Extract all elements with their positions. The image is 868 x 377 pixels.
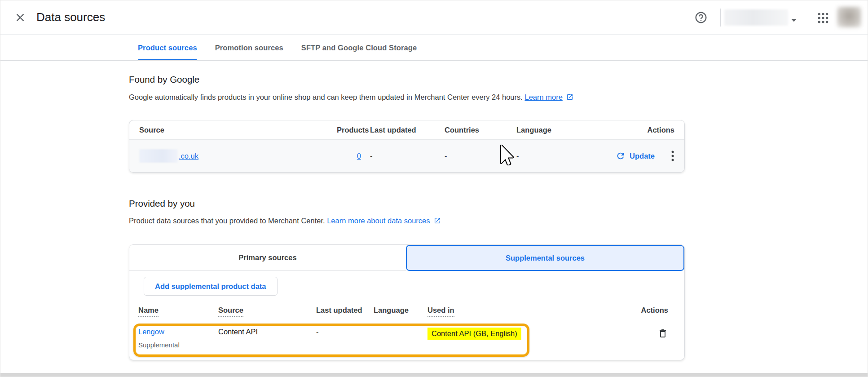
used-in-highlight: Content API (GB, English) bbox=[427, 328, 521, 340]
used-in-cell: Content API (GB, English) bbox=[427, 328, 639, 340]
source-type-label: Supplemental bbox=[138, 341, 218, 349]
provided-by-you-table: Primary sources Supplemental sources Add… bbox=[129, 244, 685, 360]
source-cell: .co.uk bbox=[139, 149, 337, 163]
column-last-updated: Last updated bbox=[370, 126, 445, 134]
actions-cell: Update bbox=[588, 150, 674, 162]
provided-by-you-heading: Provided by you bbox=[129, 198, 195, 209]
source-domain-link[interactable]: .co.uk bbox=[179, 152, 198, 160]
column-source: Source bbox=[218, 306, 316, 317]
tab-sftp-gcs[interactable]: SFTP and Google Cloud Storage bbox=[301, 35, 417, 60]
refresh-icon bbox=[616, 151, 626, 161]
source-name-link[interactable]: Lengow bbox=[138, 328, 164, 336]
products-count-link[interactable]: 0 bbox=[357, 152, 361, 160]
redacted-domain-prefix bbox=[139, 149, 178, 163]
sources-toggle: Primary sources Supplemental sources bbox=[129, 245, 684, 271]
found-by-google-heading: Found by Google bbox=[129, 74, 199, 85]
language-cell: - bbox=[516, 152, 588, 160]
source-cell: Content API bbox=[218, 328, 316, 336]
header-divider bbox=[720, 9, 721, 27]
app-header: Data sources bbox=[0, 0, 868, 35]
column-language: Language bbox=[374, 306, 427, 315]
description-text: Google automatically finds products in y… bbox=[129, 93, 523, 101]
redacted-account-name[interactable] bbox=[724, 9, 788, 26]
trash-icon bbox=[657, 328, 668, 339]
tab-promotion-sources[interactable]: Promotion sources bbox=[215, 35, 283, 60]
help-button[interactable] bbox=[694, 11, 708, 24]
close-button[interactable] bbox=[13, 10, 27, 25]
header-divider bbox=[809, 9, 809, 27]
column-actions: Actions bbox=[588, 126, 674, 134]
external-link-icon bbox=[434, 217, 441, 226]
data-sources-page: Data sources Product sou bbox=[0, 0, 868, 377]
countries-cell: - bbox=[445, 152, 516, 160]
delete-button[interactable] bbox=[657, 328, 668, 339]
page-title: Data sources bbox=[36, 10, 105, 24]
update-button[interactable]: Update bbox=[616, 151, 655, 161]
learn-more-data-sources-link[interactable]: Learn more about data sources bbox=[327, 217, 430, 225]
name-cell: Lengow Supplemental bbox=[138, 328, 218, 349]
column-source: Source bbox=[139, 126, 337, 134]
column-used-in: Used in bbox=[427, 306, 639, 317]
found-by-google-table: Source Products Last updated Countries L… bbox=[129, 120, 685, 173]
column-language: Language bbox=[516, 126, 588, 134]
toggle-supplemental-sources[interactable]: Supplemental sources bbox=[406, 245, 684, 271]
apps-grid-icon bbox=[816, 11, 830, 25]
last-updated-cell: - bbox=[370, 152, 445, 160]
window-bottom-edge bbox=[0, 373, 868, 377]
found-by-google-description: Google automatically finds products in y… bbox=[129, 93, 573, 102]
table-row: Lengow Supplemental Content API - Conten… bbox=[129, 321, 684, 358]
row-menu-button[interactable] bbox=[671, 150, 674, 162]
description-text: Product data sources that you provided t… bbox=[129, 217, 325, 225]
table-header-row: Source Products Last updated Countries L… bbox=[129, 120, 684, 139]
apps-grid-button[interactable] bbox=[816, 11, 830, 25]
table-header-row: Name Source Last updated Language Used i… bbox=[129, 296, 684, 321]
avatar[interactable] bbox=[837, 7, 861, 27]
tab-product-sources[interactable]: Product sources bbox=[138, 35, 197, 60]
products-cell: 0 bbox=[337, 152, 370, 160]
chevron-down-icon bbox=[791, 18, 797, 22]
account-dropdown-button[interactable] bbox=[791, 16, 797, 24]
last-updated-cell: - bbox=[316, 328, 374, 336]
help-icon bbox=[694, 11, 708, 24]
toggle-primary-sources[interactable]: Primary sources bbox=[129, 245, 406, 271]
tab-bar: Product sources Promotion sources SFTP a… bbox=[0, 35, 868, 61]
column-last-updated: Last updated bbox=[316, 306, 374, 315]
update-label: Update bbox=[630, 152, 655, 160]
column-countries: Countries bbox=[445, 126, 516, 134]
kebab-menu-icon bbox=[671, 150, 674, 162]
external-link-icon bbox=[566, 93, 573, 102]
close-icon bbox=[14, 11, 26, 24]
column-name: Name bbox=[138, 306, 218, 317]
learn-more-link[interactable]: Learn more bbox=[524, 93, 562, 101]
provided-by-you-description: Product data sources that you provided t… bbox=[129, 217, 441, 226]
column-products: Products bbox=[337, 126, 370, 134]
table-row: .co.uk 0 - - - Update bbox=[129, 139, 684, 172]
add-supplemental-product-data-button[interactable]: Add supplemental product data bbox=[144, 277, 278, 296]
actions-cell bbox=[639, 328, 674, 339]
column-actions: Actions bbox=[639, 306, 674, 315]
